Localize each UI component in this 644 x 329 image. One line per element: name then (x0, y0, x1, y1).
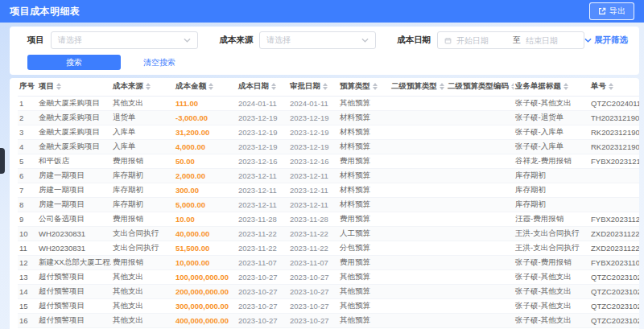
sort-icon[interactable] (146, 83, 151, 90)
cell-budget_type: 费用预算 (338, 154, 390, 168)
cell-doc_no: QTZC20231027002 (589, 313, 639, 327)
cell-index: 11 (18, 241, 37, 255)
cell-budget_code_l2 (446, 269, 514, 284)
column-header-budget_type[interactable]: 预算类型 (338, 78, 390, 96)
column-header-project[interactable]: 项目 (37, 78, 111, 96)
cell-cost_source: 库存期初 (111, 197, 174, 212)
cell-cost_amount: 300.00 (174, 183, 237, 197)
table-row: 6房建一期项目库存期初2,000.002023-12-112023-12-11材… (18, 168, 639, 183)
cell-project: 房建一期项目 (37, 168, 111, 183)
cell-cost_amount: 400,000,000.00 (174, 313, 237, 327)
cell-budget_type: 费用预算 (338, 255, 390, 269)
sort-icon[interactable] (511, 83, 514, 90)
cell-cost_amount: 31,200.00 (174, 125, 237, 139)
table-row: 3金融大厦采购项目入库单31,200.002023-12-192023-12-1… (18, 125, 639, 139)
cell-doc_title: 张子硕-其他支出 (514, 284, 589, 298)
cell-doc_title: 谷祥龙-费用报销 (514, 154, 589, 168)
cell-cost_date: 2023-12-19 (237, 139, 288, 154)
search-button[interactable]: 搜索 (27, 55, 121, 70)
sort-icon[interactable] (323, 83, 328, 90)
cell-cost_date: 2023-11-07 (237, 255, 288, 269)
sort-icon[interactable] (208, 83, 213, 90)
cell-budget_type: 分包预算 (338, 241, 390, 255)
column-header-cost_amount[interactable]: 成本金额 (174, 78, 237, 96)
cell-doc_no: RK20231219002 (589, 139, 639, 154)
cell-index: 12 (18, 255, 37, 269)
column-header-budget_type_l2[interactable]: 二级预算类型 (390, 78, 446, 96)
sort-icon[interactable] (609, 83, 613, 90)
cell-cost_date: 2023-12-11 (237, 183, 288, 197)
clear-search-button[interactable]: 清空搜索 (143, 57, 175, 68)
cost-source-select[interactable]: 请选择 (259, 31, 376, 49)
cell-cost_source: 入库单 (111, 139, 174, 154)
sort-icon[interactable] (564, 83, 568, 90)
column-header-approval_date[interactable]: 审批日期 (288, 78, 338, 96)
cell-project: 超付预警项目 (37, 269, 111, 284)
page-header: 项目成本明细表 导出 (0, 0, 644, 23)
project-select-placeholder: 请选择 (58, 35, 82, 46)
cell-budget_code_l2 (446, 110, 514, 125)
cell-budget_type_l2 (390, 226, 446, 241)
table-panel: 序号项目成本来源成本金额成本日期审批日期预算类型二级预算类型二级预算类型编码业务… (10, 78, 639, 329)
column-header-label: 二级预算类型编码 (448, 81, 509, 90)
table-row: 15超付预警项目其他支出300,000,000.002023-10-272023… (18, 298, 639, 313)
cell-cost_date: 2023-12-16 (237, 154, 288, 168)
cell-budget_code_l2 (446, 197, 514, 212)
export-button[interactable]: 导出 (589, 2, 634, 20)
cell-doc_title: 张子硕-费用报销 (514, 255, 589, 269)
column-header-label: 项目 (39, 81, 54, 90)
sort-icon[interactable] (440, 83, 444, 90)
column-header-label: 预算类型 (340, 81, 370, 90)
cell-cost_amount: 100,000,000.00 (174, 269, 237, 284)
column-header-cost_date[interactable]: 成本日期 (237, 78, 288, 96)
column-header-doc_title[interactable]: 业务单据标题 (514, 78, 589, 96)
project-select[interactable]: 请选择 (51, 31, 198, 49)
cell-cost_amount: 4,000.00 (174, 139, 237, 154)
cost-date-filter-label: 成本日期 (397, 35, 431, 46)
left-edge-handle[interactable] (0, 148, 5, 174)
cell-index: 13 (18, 269, 37, 284)
cell-cost_source: 费用报销 (111, 255, 174, 269)
column-header-cost_source[interactable]: 成本来源 (111, 78, 174, 96)
table-row: 4金融大厦采购项目入库单4,000.002023-12-192023-12-19… (18, 139, 639, 154)
cell-budget_code_l2 (446, 255, 514, 269)
cell-budget_code_l2 (446, 226, 514, 241)
cell-budget_code_l2 (446, 125, 514, 139)
cell-cost_amount: 10,000.00 (174, 255, 237, 269)
cell-cost_source: 费用报销 (111, 212, 174, 226)
cell-budget_code_l2 (446, 183, 514, 197)
table-row: 16超付预警项目其他支出400,000,000.002023-10-272023… (18, 313, 639, 327)
cell-doc_no: QTZC20231027002 (589, 284, 639, 298)
end-date-input[interactable] (526, 36, 577, 45)
cell-cost_source: 其他支出 (111, 269, 174, 284)
cell-project: 金融大厦采购项目 (37, 96, 111, 110)
cell-doc_no: FYBX20231216001 (589, 154, 639, 168)
sort-icon[interactable] (373, 83, 378, 90)
cell-cost_source: 入库单 (111, 125, 174, 139)
cell-budget_type: 其他预算 (338, 284, 390, 298)
sort-icon[interactable] (271, 83, 276, 90)
cell-budget_type_l2 (390, 168, 446, 183)
cell-doc_title: 王洪-支出合同执行 (514, 226, 589, 241)
cell-approval_date: 2023-12-19 (288, 125, 338, 139)
table-row: 9公司备选项目费用报销10.002023-11-282023-11-28费用预算… (18, 212, 639, 226)
cell-project: WH20230831 (37, 226, 111, 241)
column-header-doc_no[interactable]: 单号 (589, 78, 639, 96)
cell-approval_date: 2024-01-11 (288, 96, 338, 110)
cell-index: 2 (18, 110, 37, 125)
cell-doc_title: 张子硕-入库单 (514, 139, 589, 154)
expand-filters-link[interactable]: 展开筛选 (584, 35, 628, 46)
cell-budget_type: 材料预算 (338, 197, 390, 212)
sort-icon[interactable] (56, 83, 61, 90)
column-header-budget_code_l2[interactable]: 二级预算类型编码 (446, 78, 514, 96)
cell-approval_date: 2023-10-27 (288, 284, 338, 298)
cell-budget_type_l2 (390, 110, 446, 125)
cell-doc_no: ZXD20231122002 (589, 226, 639, 241)
cell-index: 1 (18, 96, 37, 110)
cell-budget_type_l2 (390, 197, 446, 212)
cell-approval_date: 2023-12-19 (288, 110, 338, 125)
cost-source-filter-label: 成本来源 (219, 35, 253, 46)
cell-doc_no: FYBX20231128001 (589, 212, 639, 226)
start-date-input[interactable] (456, 36, 508, 45)
cell-cost_date: 2023-10-27 (237, 298, 288, 313)
